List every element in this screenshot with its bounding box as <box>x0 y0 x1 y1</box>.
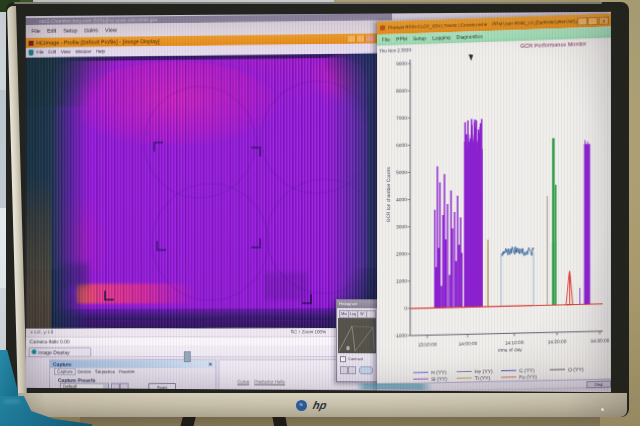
svg-text:14:00:00: 14:00:00 <box>458 341 477 346</box>
svg-text:4000: 4000 <box>396 197 407 202</box>
svg-text:0: 0 <box>404 306 407 311</box>
svg-text:2000: 2000 <box>396 252 407 257</box>
svg-text:5000: 5000 <box>396 170 407 175</box>
svg-text:1000: 1000 <box>396 279 407 284</box>
svg-text:Ti (YY): Ti (YY) <box>475 376 491 381</box>
svg-text:-1000: -1000 <box>394 333 407 338</box>
svg-text:H (YY): H (YY) <box>431 370 446 375</box>
svg-text:Si (YY): Si (YY) <box>431 376 447 381</box>
svg-text:O (YY): O (YY) <box>568 367 584 372</box>
svg-text:C (YY): C (YY) <box>519 368 535 373</box>
svg-text:6000: 6000 <box>396 143 407 148</box>
svg-text:9000: 9000 <box>396 61 407 66</box>
svg-text:8000: 8000 <box>396 88 407 93</box>
svg-text:3000: 3000 <box>396 224 407 229</box>
svg-text:14:20:00: 14:20:00 <box>547 339 566 345</box>
svg-text:14:30:00: 14:30:00 <box>590 338 609 344</box>
svg-text:He (YY): He (YY) <box>475 369 493 374</box>
svg-text:7000: 7000 <box>396 116 407 121</box>
svg-text:time of day: time of day <box>498 347 522 353</box>
svg-text:13:50:00: 13:50:00 <box>418 342 437 347</box>
svg-text:14:10:00: 14:10:00 <box>505 340 524 345</box>
svg-text:GCR Ion chamber Counts: GCR Ion chamber Counts <box>386 166 391 222</box>
